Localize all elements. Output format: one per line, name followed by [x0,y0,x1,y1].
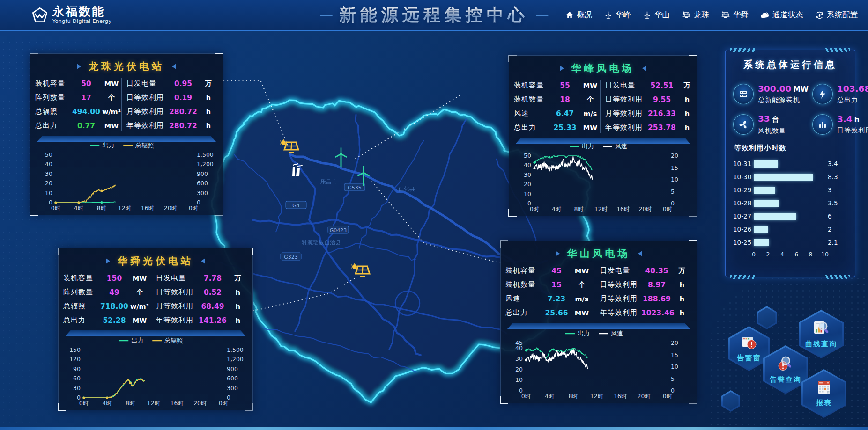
stat-value: 9.55 [646,95,677,104]
svg-text:5: 5 [671,375,675,382]
stat-value: 1023.46 [641,309,672,317]
bar-fill [754,174,813,181]
wind-turbine-icon [604,11,612,19]
stat-value: 7.78 [197,274,228,283]
nav-item-system-config[interactable]: 系统配置 [816,10,858,20]
stat-row-装机容量: 装机容量45MW [505,265,595,276]
svg-text:40: 40 [524,161,531,168]
bar-x-tick: 0 [752,251,756,258]
svg-text:G4: G4 [292,203,300,209]
system-overview-panel: 系统总体运行信息 300.00MW总新能源装机103.68MW总出力33台风机数… [725,50,855,277]
station-title: 华峰风电场 [571,62,635,75]
stat-value: 7.23 [541,295,572,303]
stat-value: 68.49 [197,302,228,311]
bar-x-axis: 0246810 [754,251,825,259]
panel-decoration-slashes [730,48,756,52]
stat-unit: h [199,108,218,116]
bar-row-10-28: 10-283.5 [733,197,847,210]
stat-unit: 个 [130,288,149,297]
hex-button-inner: 报表 [803,371,845,416]
stat-row-月等效利用: 月等效利用280.72h [126,106,218,117]
bar-x-tick: 4 [780,251,784,258]
bar-row-10-27: 10-276 [733,210,847,223]
stat-unit: h [228,303,248,310]
map-marker-wind-turbine [354,166,373,189]
stat-label: 装机容量 [63,274,99,283]
svg-text:20: 20 [515,366,523,373]
svg-text:8时: 8时 [574,205,583,212]
system-stat-label: 日等效利用 [837,126,868,135]
solar-panel-icon [721,11,730,19]
nav-item-longzhu[interactable]: 龙珠 [682,10,709,20]
stat-row-年等效利用: 年等效利用280.72h [126,120,218,131]
stat-unit: h [677,110,697,117]
svg-text:10: 10 [524,190,531,197]
stat-row-总辐照: 总辐照718.00w/m² [63,301,151,312]
stat-row-日等效利用: 日等效利用8.97h [600,279,692,290]
logo-name-en: Yongfu Digital Energy [52,18,111,24]
system-stat-text: 3.4h日等效利用 [837,114,868,135]
stat-label: 日等效利用 [605,95,646,104]
system-stat-text: 103.68MW总出力 [837,84,868,104]
logo-name-cn: 永福数能 [52,6,111,18]
system-stat-value-line: 300.00MW [758,84,809,94]
curve-query-icon [813,320,830,338]
hex-button-label: 告警窗 [737,354,761,363]
panel-corner-tl [30,53,38,60]
system-stat-text: 300.00MW总新能源装机 [758,84,809,104]
stat-value: 280.72 [168,122,199,130]
stat-row-总出力: 总出力25.66MW [505,307,595,318]
svg-text:15: 15 [671,351,678,358]
svg-text:60: 60 [73,375,81,382]
panel-corner-tl [508,55,517,62]
system-stat-总新能源装机: 300.00MW总新能源装机 [733,84,809,104]
nav-item-huafeng[interactable]: 华峰 [604,10,631,20]
svg-text:50: 50 [524,152,531,159]
svg-text:15: 15 [671,164,678,171]
logo: 永福数能 Yongfu Digital Energy [32,6,111,24]
panel-corner-tl [500,240,508,248]
system-stat-value: 3.4 [837,114,853,124]
stat-row-日发电量: 日发电量40.35万 [600,265,692,276]
nav-item-huashan[interactable]: 华山 [643,10,670,20]
channel-icon [761,12,769,19]
svg-text:4时: 4时 [102,400,111,407]
stat-label: 日等效利用 [156,288,197,297]
stat-unit: h [677,96,697,103]
stat-label: 阵列数量 [63,288,99,297]
bar-row-10-31: 10-313.4 [733,157,847,170]
svg-text:0时: 0时 [530,205,539,212]
nav-item-huashun[interactable]: 华舜 [721,10,749,20]
home-icon [566,11,573,19]
svg-text:20: 20 [524,181,531,188]
svg-text:16时: 16时 [141,204,154,211]
stat-value: 0.52 [197,288,228,297]
svg-text:0时: 0时 [219,400,228,407]
turbine-count-icon [733,114,754,135]
divider [733,77,847,77]
svg-text:8时: 8时 [97,204,106,211]
station-title: 华山风电场 [567,247,631,260]
stat-label: 日发电量 [156,274,197,283]
nav-item-label: 概况 [577,10,592,20]
decor-hexagon-inner [723,392,739,410]
wind-turbine-icon [643,11,651,19]
station-title-row: 华舜光伏电站 [63,252,248,270]
system-stat-unit: MW [793,85,809,94]
solar-panel-icon [682,11,690,19]
stat-value: 25.66 [541,309,572,317]
page-title-wrap: 新能源远程集控中心 [320,4,548,27]
svg-text:12时: 12时 [118,204,131,211]
map-marker-power-plant [291,161,305,179]
bar-fill [754,226,768,233]
svg-text:8时: 8时 [568,393,578,400]
svg-text:600: 600 [197,180,208,187]
bar-x-tick: 8 [809,251,813,258]
nav-item-overview[interactable]: 概况 [566,10,592,20]
svg-text:20时: 20时 [637,393,650,400]
panel-corner-tr [689,55,697,62]
stat-value: 52.51 [646,81,677,90]
stats-column: 装机容量150MW阵列数量49个总辐照718.00w/m²总出力52.28MW [63,273,151,326]
nav-item-channel-status[interactable]: 通道状态 [761,10,803,20]
stats-column: 装机容量50MW阵列数量17个总辐照494.00w/m²总出力0.77MW [35,78,121,131]
